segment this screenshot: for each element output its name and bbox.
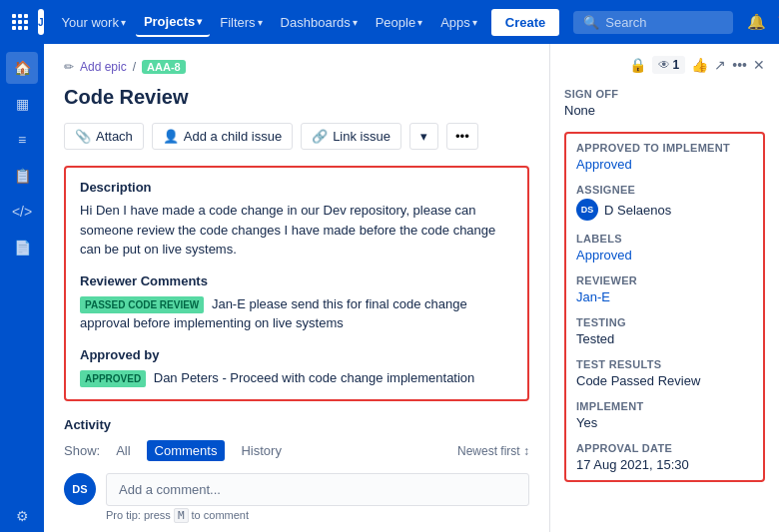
- sign-off-label: Sign Off: [564, 88, 765, 100]
- labels-label: Labels: [576, 233, 753, 245]
- approved-badge: APPROVED: [80, 370, 146, 387]
- share-icon[interactable]: ↗: [714, 57, 726, 73]
- activity-controls: Show: All Comments History Newest first …: [64, 440, 529, 461]
- notifications-icon[interactable]: 🔔: [747, 13, 766, 31]
- chevron-icon: ▾: [472, 17, 477, 28]
- approved-by-text: APPROVED Dan Peters - Proceed with code …: [80, 368, 513, 388]
- testing-label: Testing: [576, 316, 753, 328]
- passed-code-review-badge: PASSED CODE REVIEW: [80, 296, 204, 313]
- add-comment-row: DS Add a comment... Pro tip: press M to …: [64, 473, 529, 522]
- close-icon[interactable]: ✕: [753, 57, 765, 73]
- tab-comments[interactable]: Comments: [147, 440, 226, 461]
- approval-date-field: Approval Date 17 Aug 2021, 15:30: [576, 442, 753, 472]
- breadcrumb: ✏ Add epic / AAA-8: [64, 60, 529, 74]
- child-icon: 👤: [163, 129, 179, 144]
- sidebar-home-icon[interactable]: 🏠: [6, 52, 38, 84]
- top-navigation: J Your work ▾ Projects ▾ Filters ▾ Dashb…: [0, 0, 779, 44]
- assignee-value[interactable]: D Selaenos: [604, 203, 671, 218]
- reviewer-value[interactable]: Jan-E: [576, 289, 753, 304]
- link-issue-button[interactable]: 🔗 Link issue: [301, 123, 401, 150]
- implement-label: Implement: [576, 400, 753, 412]
- reviewer-comments-title: Reviewer Comments: [80, 273, 513, 288]
- testing-field: Testing Tested: [576, 316, 753, 346]
- approved-to-implement-value[interactable]: Approved: [576, 157, 753, 172]
- grid-menu-icon[interactable]: [12, 14, 28, 30]
- approval-date-label: Approval Date: [576, 442, 753, 454]
- nav-people[interactable]: People ▾: [368, 9, 430, 36]
- app-logo[interactable]: J: [38, 9, 44, 35]
- nav-your-work[interactable]: Your work ▾: [54, 9, 134, 36]
- activity-title: Activity: [64, 417, 529, 432]
- reviewer-label: Reviewer: [576, 274, 753, 286]
- sidebar-code-icon[interactable]: </>: [6, 196, 38, 228]
- activity-section: Activity Show: All Comments History Newe…: [64, 417, 529, 532]
- main-content: ✏ Add epic / AAA-8 Code Review 📎 Attach …: [44, 44, 779, 532]
- implement-field: Implement Yes: [576, 400, 753, 430]
- create-button[interactable]: Create: [491, 9, 559, 36]
- labels-field: Labels Approved: [576, 233, 753, 263]
- description-box: Description Hi Den I have made a code ch…: [64, 166, 529, 401]
- attach-icon: 📎: [75, 129, 91, 144]
- keyboard-shortcut: M: [174, 508, 189, 523]
- thumbs-up-icon[interactable]: 👍: [691, 57, 708, 73]
- search-bar[interactable]: 🔍 Search: [573, 11, 733, 34]
- labels-value[interactable]: Approved: [576, 248, 753, 263]
- tab-history[interactable]: History: [233, 440, 289, 461]
- approved-by-title: Approved by: [80, 347, 513, 362]
- lock-icon[interactable]: 🔒: [629, 57, 646, 73]
- nav-utility-icons: 🔔 ❓ ⚙️ DS: [747, 8, 779, 36]
- issue-title: Code Review: [64, 86, 529, 109]
- approved-to-implement-field: Approved to Implement Approved: [576, 142, 753, 172]
- test-results-field: Test results Code Passed Review: [576, 358, 753, 388]
- more-icon[interactable]: •••: [732, 57, 747, 73]
- dropdown-button[interactable]: ▾: [409, 123, 438, 150]
- chevron-icon: ▾: [258, 17, 263, 28]
- chevron-icon: ▾: [197, 16, 202, 27]
- help-icon[interactable]: ❓: [774, 13, 779, 31]
- nav-projects[interactable]: Projects ▾: [136, 8, 210, 37]
- reviewer-field: Reviewer Jan-E: [576, 274, 753, 304]
- nav-filters[interactable]: Filters ▾: [212, 9, 270, 36]
- current-user-avatar: DS: [64, 473, 96, 505]
- sign-off-field: Sign Off None: [564, 88, 765, 118]
- nav-items: Your work ▾ Projects ▾ Filters ▾ Dashboa…: [54, 8, 485, 37]
- sign-off-value: None: [564, 103, 765, 118]
- tab-all[interactable]: All: [108, 440, 138, 461]
- add-epic-link[interactable]: Add epic: [80, 60, 127, 74]
- add-child-issue-button[interactable]: 👤 Add a child issue: [152, 123, 293, 150]
- logo-text: J: [38, 17, 44, 28]
- attach-button[interactable]: 📎 Attach: [64, 123, 144, 150]
- watchers-count: 1: [673, 58, 680, 72]
- eye-icon: 👁: [658, 58, 670, 72]
- action-bar: 📎 Attach 👤 Add a child issue 🔗 Link issu…: [64, 123, 529, 150]
- testing-value: Tested: [576, 331, 753, 346]
- search-icon: 🔍: [583, 15, 599, 30]
- sidebar-backlog-icon[interactable]: ≡: [6, 124, 38, 156]
- panel-top-bar: 🔒 👁 1 👍 ↗ ••• ✕: [564, 56, 765, 74]
- main-layout: 🏠 ▦ ≡ 📋 </> 📄 ⚙ ✏ Add epic / AAA-8 Code …: [0, 44, 779, 532]
- test-results-value: Code Passed Review: [576, 373, 753, 388]
- sidebar-settings-icon[interactable]: ⚙: [6, 500, 38, 532]
- nav-apps[interactable]: Apps ▾: [432, 9, 485, 36]
- approval-date-value: 17 Aug 2021, 15:30: [576, 457, 753, 472]
- implement-value: Yes: [576, 415, 753, 430]
- approved-to-implement-label: Approved to Implement: [576, 142, 753, 154]
- assignee-field: Assignee DS D Selaenos: [576, 184, 753, 221]
- chevron-icon: ▾: [353, 17, 358, 28]
- comment-input[interactable]: Add a comment...: [106, 473, 529, 506]
- issue-panel: ✏ Add epic / AAA-8 Code Review 📎 Attach …: [44, 44, 549, 532]
- sidebar-pages-icon[interactable]: 📄: [6, 232, 38, 264]
- description-text: Hi Den I have made a code change in our …: [80, 201, 513, 260]
- sidebar-roadmap-icon[interactable]: 📋: [6, 160, 38, 192]
- pencil-icon: ✏: [64, 60, 74, 74]
- sidebar-board-icon[interactable]: ▦: [6, 88, 38, 120]
- show-label: Show:: [64, 443, 100, 458]
- issue-id-breadcrumb: AAA-8: [142, 60, 186, 74]
- pro-tip: Pro tip: press M to comment: [106, 509, 529, 522]
- assignee-row: DS D Selaenos: [576, 199, 753, 221]
- activity-sort[interactable]: Newest first ↕: [457, 444, 529, 458]
- nav-dashboards[interactable]: Dashboards ▾: [273, 9, 366, 36]
- watchers-button[interactable]: 👁 1: [652, 56, 686, 74]
- more-actions-button[interactable]: •••: [446, 123, 478, 150]
- assignee-avatar: DS: [576, 199, 598, 221]
